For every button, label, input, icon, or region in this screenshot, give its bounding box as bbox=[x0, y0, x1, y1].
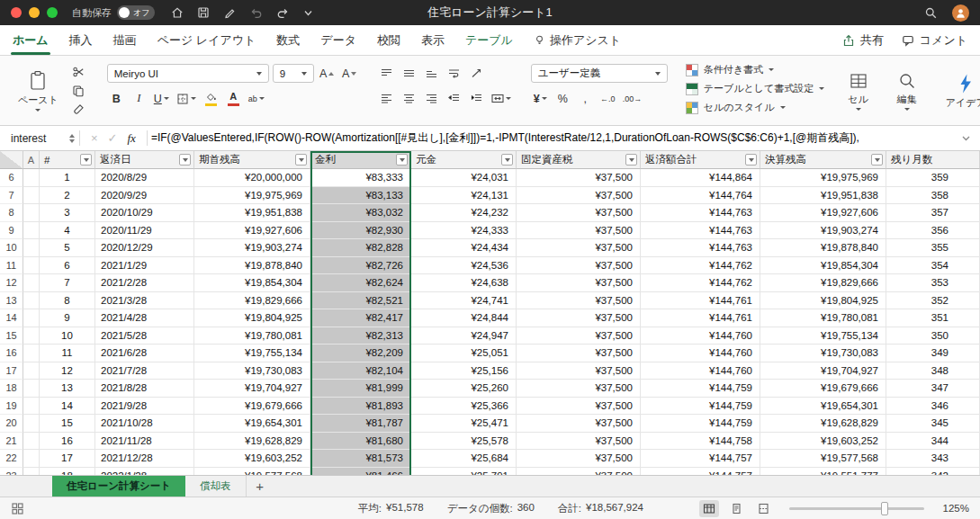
cell[interactable]: ¥144,763 bbox=[641, 222, 760, 240]
cell[interactable]: ¥19,829,666 bbox=[760, 274, 886, 292]
cell[interactable]: ¥24,741 bbox=[411, 292, 517, 310]
cell[interactable]: 349 bbox=[886, 345, 980, 362]
tab-formulas[interactable]: 数式 bbox=[276, 25, 300, 55]
cell[interactable]: ¥19,730,083 bbox=[760, 345, 886, 362]
comments-button[interactable]: コメント bbox=[902, 32, 967, 49]
column-header-principal[interactable]: 元金 bbox=[411, 151, 517, 169]
cell[interactable]: 2021/5/28 bbox=[95, 327, 194, 345]
cell[interactable]: 2020/11/29 bbox=[95, 222, 194, 240]
cell-column-a[interactable] bbox=[23, 433, 40, 451]
cell[interactable]: ¥19,679,666 bbox=[194, 398, 310, 416]
cell[interactable]: ¥144,761 bbox=[641, 292, 760, 310]
cell[interactable]: 12 bbox=[40, 362, 95, 380]
row-header[interactable]: 18 bbox=[0, 380, 23, 398]
cell[interactable]: 2021/2/28 bbox=[95, 274, 194, 292]
tab-page-layout[interactable]: ページ レイアウト bbox=[157, 25, 256, 55]
enter-icon[interactable]: ✓ bbox=[108, 131, 118, 145]
share-button[interactable]: 共有 bbox=[842, 32, 884, 49]
cell[interactable]: 346 bbox=[886, 398, 980, 416]
cell[interactable]: 2021/6/28 bbox=[95, 345, 194, 362]
cell[interactable]: ¥37,500 bbox=[517, 450, 641, 468]
cell-column-a[interactable] bbox=[23, 398, 40, 416]
cell[interactable]: ¥83,032 bbox=[310, 204, 411, 222]
cell[interactable]: ¥37,500 bbox=[517, 274, 641, 292]
cell[interactable]: 7 bbox=[40, 274, 95, 292]
filter-button[interactable] bbox=[295, 154, 307, 166]
cell[interactable]: ¥20,000,000 bbox=[194, 169, 310, 187]
align-bottom-button[interactable] bbox=[422, 64, 441, 83]
cell[interactable]: ¥144,760 bbox=[641, 327, 760, 345]
row-header[interactable]: 20 bbox=[0, 415, 23, 433]
cell[interactable]: ¥19,903,274 bbox=[194, 239, 310, 257]
cell[interactable]: 5 bbox=[40, 239, 95, 257]
cell[interactable]: 342 bbox=[886, 468, 980, 476]
cell[interactable]: ¥82,417 bbox=[310, 309, 411, 327]
cell[interactable]: ¥19,804,925 bbox=[760, 292, 886, 310]
comma-style-button[interactable]: , bbox=[576, 89, 595, 108]
cell-column-a[interactable] bbox=[23, 345, 40, 362]
cell[interactable]: ¥82,104 bbox=[310, 362, 411, 380]
conditional-formatting-button[interactable]: 条件付き書式 bbox=[686, 63, 825, 76]
cell[interactable]: 353 bbox=[886, 274, 980, 292]
cell-column-a[interactable] bbox=[23, 257, 40, 275]
tab-draw[interactable]: 描画 bbox=[113, 25, 137, 55]
cell[interactable]: 10 bbox=[40, 327, 95, 345]
increase-decimal-button[interactable]: ←.0 bbox=[598, 89, 617, 108]
row-header[interactable]: 23 bbox=[0, 468, 23, 476]
ideas-button[interactable]: アイデア bbox=[940, 61, 980, 121]
row-header[interactable]: 8 bbox=[0, 204, 23, 222]
cell[interactable]: ¥144,762 bbox=[641, 257, 760, 275]
cell[interactable]: ¥19,679,666 bbox=[760, 380, 886, 398]
cell-column-a[interactable] bbox=[23, 239, 40, 257]
cell-column-a[interactable] bbox=[23, 274, 40, 292]
page-break-view-button[interactable] bbox=[753, 500, 773, 517]
cell[interactable]: ¥19,804,925 bbox=[194, 309, 310, 327]
tab-view[interactable]: 表示 bbox=[421, 25, 445, 55]
cell[interactable]: ¥24,536 bbox=[411, 257, 517, 275]
number-format-select[interactable]: ユーザー定義 bbox=[531, 64, 668, 83]
cell[interactable]: ¥19,951,838 bbox=[194, 204, 310, 222]
align-middle-button[interactable] bbox=[400, 64, 418, 83]
cell[interactable]: ¥81,787 bbox=[310, 415, 411, 433]
cell[interactable]: ¥19,780,081 bbox=[194, 327, 310, 345]
cell[interactable]: ¥19,780,081 bbox=[760, 309, 886, 327]
align-center-button[interactable] bbox=[400, 89, 418, 108]
row-header[interactable]: 15 bbox=[0, 327, 23, 345]
cell[interactable]: 14 bbox=[40, 398, 95, 416]
align-top-button[interactable] bbox=[377, 64, 396, 83]
cell[interactable]: ¥25,156 bbox=[411, 362, 517, 380]
cell[interactable]: ¥144,762 bbox=[641, 274, 760, 292]
tab-review[interactable]: 校閲 bbox=[377, 25, 400, 55]
cell[interactable]: ¥24,434 bbox=[411, 239, 517, 257]
percent-style-button[interactable]: % bbox=[553, 89, 572, 108]
cell[interactable]: ¥144,757 bbox=[641, 450, 760, 468]
add-sheet-button[interactable]: + bbox=[247, 476, 274, 497]
decrease-decimal-button[interactable]: .00→ bbox=[621, 89, 644, 108]
cell[interactable]: ¥25,791 bbox=[411, 468, 517, 476]
home-button[interactable] bbox=[171, 6, 184, 19]
cell-column-a[interactable] bbox=[23, 169, 40, 187]
cell[interactable]: ¥37,500 bbox=[517, 257, 641, 275]
underline-button[interactable]: U bbox=[152, 89, 171, 108]
align-left-button[interactable] bbox=[377, 89, 396, 108]
cell[interactable]: ¥19,628,829 bbox=[760, 415, 886, 433]
cell[interactable]: 345 bbox=[886, 415, 980, 433]
cell[interactable]: ¥82,828 bbox=[310, 239, 411, 257]
active-cell[interactable]: ¥83,333 bbox=[310, 169, 411, 187]
cell[interactable]: ¥19,654,301 bbox=[760, 398, 886, 416]
cell[interactable]: ¥37,500 bbox=[517, 327, 641, 345]
copy-button[interactable] bbox=[67, 82, 89, 100]
cell-styles-button[interactable]: セルのスタイル bbox=[686, 101, 825, 114]
cell[interactable]: ¥82,313 bbox=[310, 327, 411, 345]
cell[interactable]: ¥37,500 bbox=[517, 468, 641, 476]
cell[interactable]: 355 bbox=[886, 239, 980, 257]
cell[interactable]: 1 bbox=[40, 169, 95, 187]
row-header[interactable]: 9 bbox=[0, 222, 23, 240]
tab-table[interactable]: テーブル bbox=[465, 25, 513, 55]
cell[interactable]: 2021/11/28 bbox=[95, 433, 194, 451]
cell[interactable]: 11 bbox=[40, 345, 95, 362]
cell[interactable]: 6 bbox=[40, 257, 95, 275]
page-layout-view-button[interactable] bbox=[726, 500, 746, 517]
cell[interactable]: ¥25,051 bbox=[411, 345, 517, 362]
font-name-select[interactable]: Meiryo UI bbox=[107, 64, 269, 83]
